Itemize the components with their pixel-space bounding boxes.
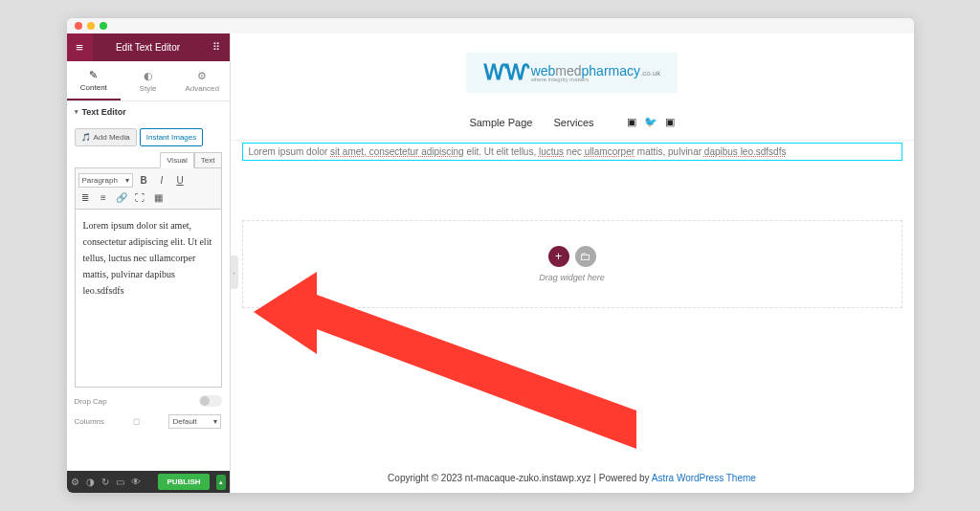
logo-mark-icon: ⱲⱲ <box>483 60 527 85</box>
menu-icon[interactable]: ≡ <box>67 33 93 61</box>
editing-text-block[interactable]: Lorem ipsum dolor sit amet, consectetur … <box>242 143 902 161</box>
dropcap-toggle[interactable] <box>199 395 222 407</box>
visual-tab[interactable]: Visual <box>160 152 194 168</box>
sidebar-header: ≡ Edit Text Editor ⠿ <box>67 33 230 61</box>
site-footer: Copyright © 2023 nt-macaque-zuko.instawp… <box>231 473 914 483</box>
tab-advanced[interactable]: ⚙ Advanced <box>175 61 230 100</box>
instagram-icon[interactable]: ▣ <box>665 116 675 128</box>
editor-sidebar: ≡ Edit Text Editor ⠿ ✎ Content ◐ Style ⚙… <box>67 33 231 493</box>
nav-link-sample[interactable]: Sample Page <box>469 117 532 128</box>
logo-tagline: where integrity matters <box>531 77 590 82</box>
chevron-down-icon: ▾ <box>125 176 129 185</box>
section-toggle[interactable]: ▾ Text Editor <box>67 101 230 122</box>
tab-content[interactable]: ✎ Content <box>67 61 122 100</box>
instant-images-button[interactable]: Instant Images <box>140 128 203 146</box>
browser-window: ≡ Edit Text Editor ⠿ ✎ Content ◐ Style ⚙… <box>67 18 914 493</box>
underline-button[interactable]: U <box>173 173 188 188</box>
toolbar-toggle-button[interactable]: ▦ <box>151 190 166 205</box>
fullscreen-button[interactable]: ⛶ <box>133 190 147 205</box>
bold-button[interactable]: B <box>137 173 151 188</box>
twitter-icon[interactable]: 🐦 <box>644 116 657 128</box>
caret-down-icon: ▾ <box>75 108 78 116</box>
droplet-icon: ◐ <box>144 70 153 82</box>
apps-grid-icon[interactable]: ⠿ <box>204 33 230 61</box>
format-select[interactable]: Paragraph▾ <box>78 173 133 188</box>
page-canvas: ‹ ⱲⱲ webmedpharmacy.co.uk where integrit… <box>231 33 914 493</box>
publish-options-button[interactable]: ▴ <box>216 475 226 490</box>
columns-label: Columns <box>75 417 105 426</box>
chevron-down-icon: ▾ <box>213 417 217 426</box>
history-icon[interactable]: ↻ <box>101 477 109 487</box>
editor-toolbar: Paragraph▾ B I U ≣ ≡ 🔗 ⛶ ▦ <box>75 167 222 210</box>
site-nav: Sample Page Services ▣ 🐦 ▣ <box>231 104 914 141</box>
add-widget-button[interactable]: + <box>548 246 569 267</box>
list-ul-button[interactable]: ≣ <box>78 190 93 205</box>
close-window-icon[interactable] <box>75 22 82 30</box>
browser-titlebar <box>67 18 914 33</box>
minimize-window-icon[interactable] <box>87 22 95 30</box>
list-ol-button[interactable]: ≡ <box>97 190 111 205</box>
revisions-icon[interactable]: ◑ <box>86 477 95 487</box>
sidebar-footer: ⚙ ◑ ↻ ▭ 👁 PUBLISH ▴ <box>67 471 230 493</box>
italic-button[interactable]: I <box>155 173 169 188</box>
site-logo-area: ⱲⱲ webmedpharmacy.co.uk where integrity … <box>231 33 914 104</box>
tab-style[interactable]: ◐ Style <box>121 61 175 100</box>
gear-icon: ⚙ <box>197 70 207 82</box>
text-tab[interactable]: Text <box>194 152 222 168</box>
theme-link[interactable]: Astra WordPress Theme <box>652 473 756 483</box>
maximize-window-icon[interactable] <box>100 22 107 30</box>
responsive-mode-icon[interactable]: ▭ <box>116 477 124 487</box>
dropcap-label: Drop Cap <box>75 397 107 406</box>
widget-dropzone[interactable]: + 🗀 Drag widget here <box>242 220 902 308</box>
responsive-icon[interactable]: ▢ <box>133 417 141 426</box>
panel-collapse-handle[interactable]: ‹ <box>231 256 238 289</box>
text-editor-content[interactable]: Lorem ipsum dolor sit amet, consectetur … <box>75 210 222 388</box>
templates-button[interactable]: 🗀 <box>575 246 596 267</box>
publish-button[interactable]: PUBLISH <box>158 474 209 490</box>
dropzone-label: Drag widget here <box>243 273 902 282</box>
add-media-button[interactable]: 🎵 Add Media <box>75 128 137 146</box>
preview-icon[interactable]: 👁 <box>131 477 141 487</box>
pencil-icon: ✎ <box>89 69 98 81</box>
link-button[interactable]: 🔗 <box>115 190 129 205</box>
nav-link-services[interactable]: Services <box>553 117 593 128</box>
facebook-icon[interactable]: ▣ <box>627 116 636 128</box>
settings-icon[interactable]: ⚙ <box>71 477 79 487</box>
site-logo[interactable]: ⱲⱲ webmedpharmacy.co.uk where integrity … <box>466 53 679 93</box>
media-icon: 🎵 <box>81 133 91 142</box>
sidebar-tabs: ✎ Content ◐ Style ⚙ Advanced <box>67 61 230 101</box>
sidebar-title: Edit Text Editor <box>93 42 204 53</box>
columns-select[interactable]: Default▾ <box>168 414 221 429</box>
